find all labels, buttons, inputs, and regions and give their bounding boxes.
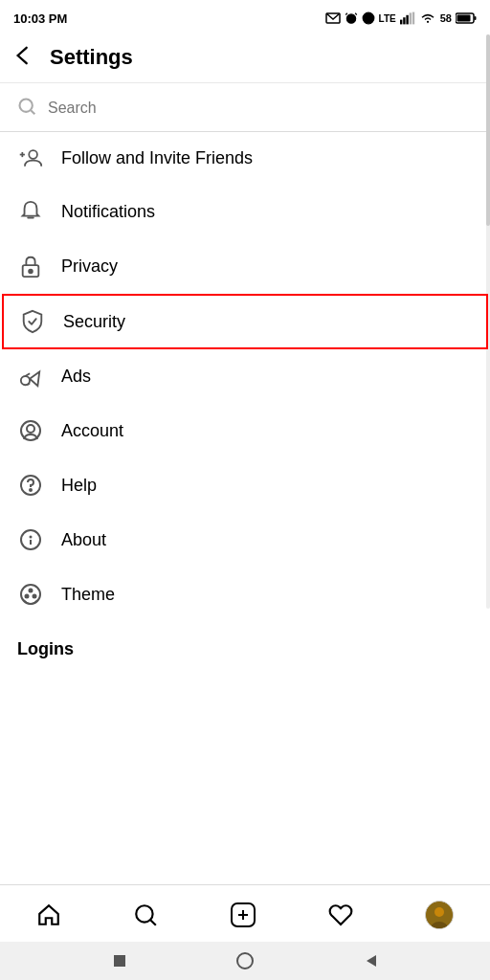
svg-marker-46 bbox=[367, 955, 376, 967]
svg-point-34 bbox=[30, 590, 33, 592]
svg-rect-12 bbox=[475, 16, 477, 20]
shield-icon bbox=[19, 309, 46, 334]
bottom-nav bbox=[0, 884, 490, 942]
menu-item-notifications[interactable]: Notifications bbox=[0, 185, 490, 239]
nav-home[interactable] bbox=[27, 899, 71, 931]
security-label: Security bbox=[63, 312, 125, 332]
about-icon bbox=[17, 528, 44, 551]
svg-point-35 bbox=[33, 595, 36, 598]
mail-icon bbox=[325, 12, 341, 24]
svg-rect-9 bbox=[412, 12, 414, 25]
svg-rect-6 bbox=[403, 17, 405, 24]
menu-item-about[interactable]: About bbox=[0, 513, 490, 568]
svg-point-45 bbox=[237, 953, 253, 969]
svg-line-3 bbox=[355, 13, 357, 15]
account-label: Account bbox=[61, 421, 123, 441]
about-label: About bbox=[61, 530, 106, 550]
back-button[interactable] bbox=[10, 42, 38, 73]
menu-item-help[interactable]: Help bbox=[0, 458, 490, 513]
svg-rect-7 bbox=[406, 15, 408, 25]
status-bar: 10:03 PM LTE bbox=[0, 0, 490, 34]
status-icons: LTE 58 bbox=[325, 11, 477, 25]
android-nav bbox=[0, 942, 490, 980]
theme-icon bbox=[17, 583, 44, 606]
menu-list: Follow and Invite Friends Notifications bbox=[0, 132, 490, 622]
svg-rect-8 bbox=[409, 12, 411, 24]
page-content: Follow and Invite Friends Notifications bbox=[0, 83, 490, 765]
network-label: LTE bbox=[379, 13, 396, 24]
svg-line-23 bbox=[25, 373, 30, 376]
clock-icon bbox=[362, 11, 375, 25]
svg-line-14 bbox=[31, 110, 34, 114]
logins-header: Logins bbox=[0, 622, 490, 669]
android-back-btn[interactable] bbox=[362, 952, 379, 969]
svg-point-13 bbox=[20, 100, 33, 112]
nav-profile[interactable] bbox=[415, 897, 463, 933]
account-icon bbox=[17, 419, 44, 442]
alarm-icon bbox=[345, 11, 358, 25]
ads-icon bbox=[17, 365, 44, 388]
menu-item-privacy[interactable]: Privacy bbox=[0, 239, 490, 294]
ads-label: Ads bbox=[61, 367, 91, 387]
menu-item-ads[interactable]: Ads bbox=[0, 349, 490, 404]
wifi-icon bbox=[419, 11, 436, 25]
battery-label: 58 bbox=[440, 12, 452, 24]
svg-point-21 bbox=[29, 270, 33, 274]
svg-point-15 bbox=[29, 150, 37, 159]
help-icon bbox=[17, 474, 44, 497]
battery-icon bbox=[456, 12, 477, 24]
top-bar: Settings bbox=[0, 34, 490, 83]
svg-rect-44 bbox=[114, 955, 125, 967]
privacy-label: Privacy bbox=[61, 256, 118, 277]
nav-search[interactable] bbox=[123, 899, 167, 931]
svg-line-2 bbox=[345, 13, 347, 15]
menu-item-account[interactable]: Account bbox=[0, 404, 490, 458]
follow-icon bbox=[17, 147, 44, 168]
bell-icon bbox=[17, 200, 44, 223]
nav-add[interactable] bbox=[220, 898, 266, 932]
svg-rect-5 bbox=[400, 20, 402, 25]
android-circle-btn[interactable] bbox=[234, 950, 256, 971]
svg-point-28 bbox=[30, 489, 32, 491]
avatar bbox=[425, 901, 454, 929]
svg-point-42 bbox=[434, 907, 444, 917]
svg-line-37 bbox=[150, 920, 155, 924]
lock-icon bbox=[17, 255, 44, 278]
notifications-label: Notifications bbox=[61, 202, 155, 222]
menu-item-theme[interactable]: Theme bbox=[0, 568, 490, 622]
menu-item-follow[interactable]: Follow and Invite Friends bbox=[0, 132, 490, 185]
search-icon bbox=[17, 97, 36, 120]
svg-point-33 bbox=[26, 595, 29, 598]
follow-label: Follow and Invite Friends bbox=[61, 148, 253, 168]
nav-heart[interactable] bbox=[319, 899, 363, 931]
menu-item-security[interactable]: Security bbox=[2, 294, 488, 349]
search-bar bbox=[0, 83, 490, 132]
signal-icon bbox=[400, 11, 415, 25]
android-square-btn[interactable] bbox=[111, 952, 128, 969]
help-label: Help bbox=[61, 476, 97, 496]
svg-rect-11 bbox=[457, 15, 471, 22]
theme-label: Theme bbox=[61, 585, 115, 605]
search-input[interactable] bbox=[48, 100, 473, 117]
page-title: Settings bbox=[50, 45, 133, 70]
svg-point-26 bbox=[27, 425, 34, 433]
svg-point-36 bbox=[136, 905, 152, 922]
status-time: 10:03 PM bbox=[13, 11, 67, 26]
